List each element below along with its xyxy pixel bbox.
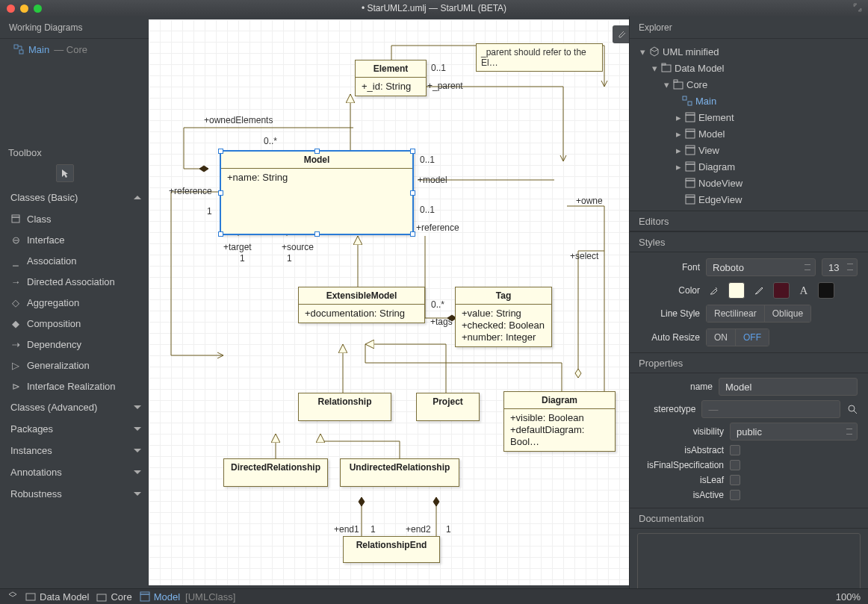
svg-rect-21 <box>686 197 695 204</box>
canvas[interactable]: _parent should refer to the El… Element … <box>149 19 629 585</box>
tool-aggregation[interactable]: ◇Aggregation <box>0 292 149 313</box>
tool-association[interactable]: ⎯Association <box>0 250 149 271</box>
documentation-textarea[interactable] <box>637 533 861 593</box>
toolbox-section-packages[interactable]: Packages <box>0 418 149 440</box>
association-icon: ⎯ <box>10 255 21 267</box>
tool-dependency[interactable]: ⇢Dependency <box>0 334 149 355</box>
uml-class-model[interactable]: Model +name: String <box>220 150 414 235</box>
class-icon <box>685 161 695 172</box>
class-icon <box>685 112 695 122</box>
svg-rect-3 <box>12 217 19 222</box>
tree-node-diagram[interactable]: ▸Diagram <box>634 158 868 175</box>
font-size-input[interactable]: 13 <box>822 258 858 276</box>
search-icon[interactable] <box>846 401 858 417</box>
styles-header: Styles <box>630 231 868 252</box>
uml-class-extensiblemodel[interactable]: ExtensibleModel +documentation: String <box>298 287 425 323</box>
toolbox-section-annotations[interactable]: Annotations <box>0 461 149 483</box>
tool-class[interactable]: Class <box>0 208 149 229</box>
tool-composition[interactable]: ◆Composition <box>0 313 149 334</box>
explorer-tree: ▾UML minified ▾Data Model ▾Core Main ▸El… <box>630 39 868 211</box>
pointer-icon <box>60 168 70 178</box>
line-style-rectilinear[interactable]: Rectilinear <box>707 305 764 322</box>
tool-generalization[interactable]: ▷Generalization <box>0 355 149 376</box>
svg-point-22 <box>849 405 855 411</box>
uml-class-diagram[interactable]: Diagram +visible: Boolean+defaultDiagram… <box>503 391 616 452</box>
uml-class-relationship[interactable]: Relationship <box>298 393 391 421</box>
zoom-window-button[interactable] <box>34 4 42 13</box>
diagram-icon <box>13 44 24 55</box>
toolbox-section-classes-basic[interactable]: Classes (Basic) <box>0 187 149 208</box>
svg-rect-5 <box>662 63 666 65</box>
uml-class-directedrel[interactable]: DirectedRelationship <box>223 458 328 487</box>
text-color-swatch[interactable] <box>818 282 834 299</box>
tree-node-main[interactable]: Main <box>634 93 868 109</box>
crumb-core[interactable]: Core <box>96 591 131 603</box>
eyedropper-icon[interactable] <box>706 282 722 299</box>
class-icon <box>685 194 695 205</box>
close-window-button[interactable] <box>7 4 15 13</box>
auto-resize-segment: ON OFF <box>706 329 769 346</box>
working-diagram-name: Main <box>28 44 49 55</box>
prop-isabstract-checkbox[interactable] <box>730 445 740 455</box>
color-label: Color <box>640 285 700 296</box>
tree-node-core[interactable]: ▾Core <box>634 76 868 93</box>
pointer-tool[interactable] <box>56 164 74 182</box>
chevron-down-icon <box>134 492 141 496</box>
svg-rect-0 <box>14 45 18 49</box>
working-diagram-item[interactable]: Main — Core <box>0 39 149 60</box>
tree-node-model[interactable]: ▸Model <box>634 125 868 142</box>
auto-resize-on[interactable]: ON <box>707 329 735 346</box>
tree-node-root[interactable]: ▾UML minified <box>634 43 868 60</box>
prop-isleaf-checkbox[interactable] <box>730 475 740 485</box>
right-panel: Explorer ▾UML minified ▾Data Model ▾Core… <box>629 16 868 588</box>
svg-rect-15 <box>686 148 695 155</box>
uml-class-undirectedrel[interactable]: UndirectedRelationship <box>340 458 459 487</box>
crumb-model[interactable]: Model[UMLClass] <box>140 591 236 603</box>
minimize-window-button[interactable] <box>20 4 28 13</box>
project-icon <box>649 46 660 57</box>
chevron-down-icon <box>134 427 141 431</box>
toolbox-section-classes-advanced[interactable]: Classes (Advanced) <box>0 396 149 418</box>
prop-isfinal-checkbox[interactable] <box>730 460 740 470</box>
zoom-level[interactable]: 100% <box>836 591 861 603</box>
uml-class-relend[interactable]: RelationshipEnd <box>343 536 440 563</box>
pencil-icon[interactable] <box>751 282 767 299</box>
svg-rect-23 <box>26 594 35 600</box>
tool-interface[interactable]: ⊖Interface <box>0 229 149 250</box>
chevron-up-icon <box>134 196 141 199</box>
line-style-oblique[interactable]: Oblique <box>764 305 810 322</box>
uml-note[interactable]: _parent should refer to the El… <box>476 43 603 72</box>
font-select[interactable]: Roboto <box>706 258 816 276</box>
uml-class-element[interactable]: Element +_id: String <box>355 60 427 96</box>
tool-directed-association[interactable]: →Directed Association <box>0 271 149 292</box>
tree-node-datamodel[interactable]: ▾Data Model <box>634 60 868 76</box>
left-panel: Working Diagrams Main — Core Toolbox Cla… <box>0 16 149 588</box>
prop-stereotype-input[interactable] <box>701 400 840 418</box>
svg-rect-6 <box>674 82 683 89</box>
text-icon[interactable]: A <box>796 282 812 299</box>
toolbox-section-robustness[interactable]: Robustness <box>0 483 149 505</box>
tree-node-view[interactable]: ▸View <box>634 142 868 158</box>
toolbox-section-instances[interactable]: Instances <box>0 440 149 461</box>
auto-resize-off[interactable]: OFF <box>735 329 769 346</box>
fill-color-swatch[interactable] <box>728 282 745 299</box>
line-color-swatch[interactable] <box>773 282 790 299</box>
prop-name-input[interactable] <box>719 378 858 396</box>
crumb-project[interactable] <box>7 591 18 602</box>
tree-node-element[interactable]: ▸Element <box>634 109 868 125</box>
properties-header: Properties <box>630 352 868 373</box>
crumb-datamodel[interactable]: Data Model <box>25 591 89 603</box>
prop-visibility-select[interactable]: public <box>730 423 858 440</box>
tree-node-edgeview[interactable]: EdgeView <box>634 191 868 208</box>
line-style-segment: Rectilinear Oblique <box>706 305 811 323</box>
uml-class-tag[interactable]: Tag +value: String+checked: Boolean+numb… <box>455 287 552 347</box>
panel-toggle-icon[interactable] <box>613 25 629 43</box>
package-icon <box>96 591 107 602</box>
svg-rect-7 <box>674 80 678 82</box>
tool-interface-realization[interactable]: ⊳Interface Realization <box>0 376 149 396</box>
uml-class-project[interactable]: Project <box>416 393 480 421</box>
tree-node-nodeview[interactable]: NodeView <box>634 175 868 191</box>
maximize-icon[interactable] <box>853 3 862 12</box>
chevron-down-icon <box>134 470 141 474</box>
prop-isactive-checkbox[interactable] <box>730 490 740 500</box>
